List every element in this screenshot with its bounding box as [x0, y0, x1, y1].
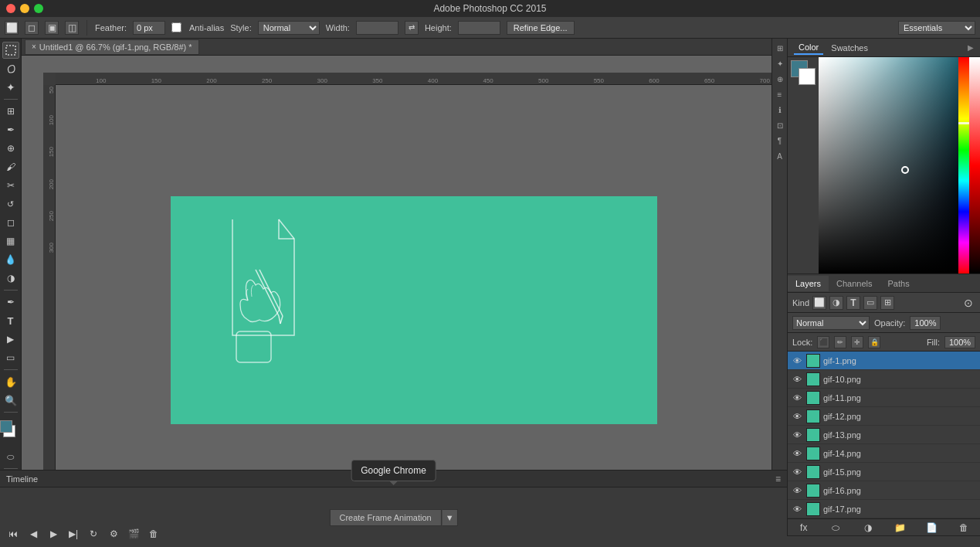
timeline-play[interactable]: ▶ [46, 527, 60, 541]
filter-type-icon[interactable]: T [846, 296, 860, 310]
path-select-tool[interactable]: ▶ [2, 331, 19, 348]
swatches-tab[interactable]: Swatches [826, 42, 873, 54]
create-animation-dropdown[interactable]: ▼ [442, 509, 458, 526]
brush-tool[interactable]: 🖌 [2, 158, 19, 175]
canvas[interactable] [171, 196, 657, 424]
panel-icon-6[interactable]: ⊡ [774, 119, 786, 131]
tab-close-icon[interactable]: × [32, 42, 36, 51]
filter-smart-icon[interactable]: ⊞ [880, 296, 894, 310]
panel-icon-4[interactable]: ≡ [774, 88, 786, 100]
panel-icon-1[interactable]: ⊞ [774, 42, 786, 54]
color-tab[interactable]: Color [794, 41, 823, 55]
timeline-prev-frame[interactable]: ◀ [26, 527, 40, 541]
layer-visibility-icon[interactable]: 👁 [791, 447, 803, 460]
spot-heal-tool[interactable]: ⊕ [2, 140, 19, 157]
layer-visibility-icon[interactable]: 👁 [791, 410, 803, 423]
add-mask-icon[interactable]: ⬭ [829, 521, 843, 535]
zoom-tool[interactable]: 🔍 [2, 392, 19, 409]
text-tool[interactable]: T [2, 312, 19, 329]
height-input[interactable] [458, 21, 500, 35]
feather-input[interactable] [133, 21, 165, 35]
blur-tool[interactable]: 💧 [2, 251, 19, 268]
anti-alias-checkbox[interactable] [171, 22, 181, 32]
shape-tool[interactable]: ▭ [2, 349, 19, 366]
crop-tool[interactable]: ⊞ [2, 103, 19, 120]
fill-input[interactable] [944, 336, 975, 348]
width-input[interactable] [356, 21, 398, 35]
brightness-slider[interactable] [969, 57, 980, 274]
gradient-tool[interactable]: ▦ [2, 233, 19, 250]
maximize-button[interactable] [34, 4, 43, 13]
style-select[interactable]: Normal Fixed Ratio Fixed Size [258, 21, 320, 35]
document-tab[interactable]: × Untitled1 @ 66.7% (gif-1.png, RGB/8#) … [25, 39, 199, 55]
filter-toggle[interactable]: ⊙ [961, 296, 975, 310]
foreground-color-swatch[interactable] [0, 420, 12, 433]
clone-stamp-tool[interactable]: ✂ [2, 177, 19, 194]
layer-item[interactable]: 👁 gif-14.png [788, 444, 980, 463]
timeline-first-frame[interactable]: ⏮ [6, 527, 20, 541]
timeline-convert[interactable]: 🎬 [127, 527, 141, 541]
layer-item[interactable]: 👁 gif-16.png [788, 481, 980, 500]
layer-visibility-icon[interactable]: 👁 [791, 392, 803, 404]
eraser-tool[interactable]: ◻ [2, 214, 19, 231]
layer-visibility-icon[interactable]: 👁 [791, 355, 803, 367]
spectrum-area[interactable] [819, 57, 958, 274]
delete-layer-icon[interactable]: 🗑 [957, 521, 971, 535]
hue-slider[interactable] [958, 57, 969, 274]
timeline-trash[interactable]: 🗑 [147, 527, 161, 541]
history-brush-tool[interactable]: ↺ [2, 195, 19, 212]
timeline-loop[interactable]: ↻ [86, 527, 100, 541]
tool-mode-icon-1[interactable]: ⬜ [5, 21, 19, 35]
paths-tab[interactable]: Paths [880, 276, 917, 291]
dodge-tool[interactable]: ◑ [2, 270, 19, 287]
lock-transparent-icon[interactable]: ⬛ [817, 336, 829, 348]
quick-mask-toggle[interactable]: ⬭ [2, 448, 19, 465]
wand-tool[interactable]: ✦ [2, 79, 19, 96]
eyedropper-tool[interactable]: ✒ [2, 121, 19, 138]
minimize-button[interactable] [20, 4, 29, 13]
layer-visibility-icon[interactable]: 👁 [791, 429, 803, 441]
panel-icon-5[interactable]: ℹ [774, 104, 786, 116]
blend-mode-select[interactable]: Normal Dissolve Multiply [792, 316, 870, 330]
workspace-select[interactable]: Essentials 3D Graphic and Web [898, 21, 975, 35]
tool-mode-icon-3[interactable]: ▣ [45, 21, 59, 35]
panel-icon-3[interactable]: ⊕ [774, 73, 786, 85]
tool-mode-icon-2[interactable]: ◻ [25, 21, 39, 35]
panel-icon-8[interactable]: A [774, 150, 786, 162]
swap-dimensions-icon[interactable]: ⇄ [405, 21, 419, 35]
timeline-settings[interactable]: ⚙ [107, 527, 120, 541]
lock-position-icon[interactable]: ✛ [851, 336, 863, 348]
tool-mode-icon-4[interactable]: ◫ [65, 21, 79, 35]
add-adjustment-icon[interactable]: ◑ [861, 521, 875, 535]
timeline-menu-icon[interactable]: ≡ [775, 474, 781, 484]
add-fx-icon[interactable]: fx [797, 521, 811, 535]
create-layer-icon[interactable]: 📄 [925, 521, 939, 535]
layer-visibility-icon[interactable]: 👁 [791, 484, 803, 497]
panel-icon-7[interactable]: ¶ [774, 134, 786, 147]
filter-pixel-icon[interactable]: ⬜ [812, 296, 826, 310]
layer-visibility-icon[interactable]: 👁 [791, 503, 803, 515]
background-preview[interactable] [799, 68, 816, 85]
lock-all-icon[interactable]: 🔒 [868, 336, 880, 348]
close-button[interactable] [6, 4, 15, 13]
layer-item[interactable]: 👁 gif-1.png [788, 352, 980, 370]
channels-tab[interactable]: Channels [829, 276, 880, 291]
layer-item[interactable]: 👁 gif-11.png [788, 389, 980, 407]
marquee-tool[interactable] [2, 42, 19, 59]
timeline-next-frame[interactable]: ▶| [66, 527, 80, 541]
pen-tool[interactable]: ✒ [2, 294, 19, 311]
filter-adjust-icon[interactable]: ◑ [829, 296, 843, 310]
layer-item[interactable]: 👁 gif-10.png [788, 370, 980, 389]
layer-visibility-icon[interactable]: 👁 [791, 466, 803, 478]
layer-item[interactable]: 👁 gif-15.png [788, 463, 980, 481]
layers-tab[interactable]: Layers [788, 276, 829, 291]
hand-tool[interactable]: ✋ [2, 373, 19, 390]
color-panel-expand[interactable]: ▶ [968, 43, 974, 52]
layer-item[interactable]: 👁 gif-17.png [788, 500, 980, 518]
opacity-input[interactable] [910, 316, 941, 330]
filter-shape-icon[interactable]: ▭ [863, 296, 877, 310]
layer-item[interactable]: 👁 gif-12.png [788, 407, 980, 426]
layer-visibility-icon[interactable]: 👁 [791, 373, 803, 386]
lock-image-icon[interactable]: ✏ [834, 336, 846, 348]
create-group-icon[interactable]: 📁 [893, 521, 907, 535]
